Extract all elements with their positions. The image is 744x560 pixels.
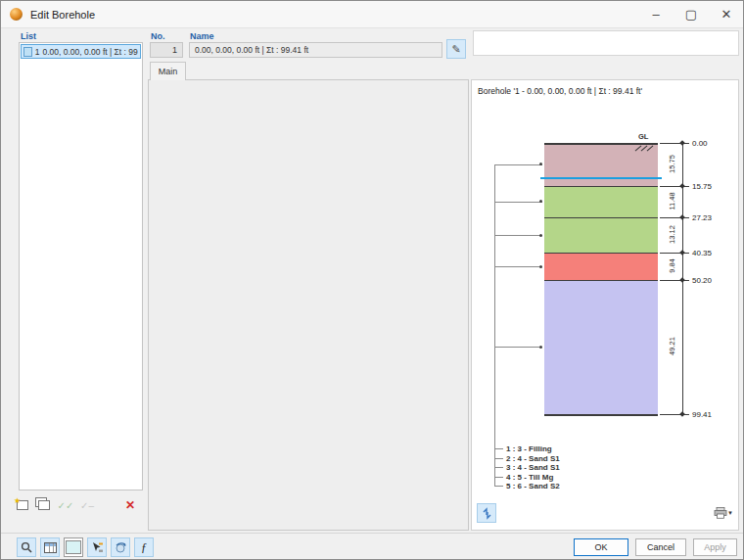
legend-item: 4 : 5 - Till Mg [506,473,553,482]
layer-leader-line [494,235,542,236]
uncheck-icon: ✓– [80,500,94,511]
legend-item: 1 : 3 - Filling [506,444,552,453]
legend-stub-line [494,467,503,468]
top-right-panel [473,30,739,56]
dimension-marker [679,277,685,283]
color-field-button[interactable] [64,537,83,557]
tab-main[interactable]: Main [150,62,186,80]
pencil-icon: ✎ [451,43,460,56]
close-button[interactable]: ✕ [710,1,743,27]
layer-leader-line [494,347,542,348]
delete-borehole-button[interactable]: ✕ [120,495,140,515]
printer-icon [714,507,727,519]
thickness-label: 11.48 [668,183,676,218]
title-bar[interactable]: Edit Borehole – ▢ ✕ [1,1,743,28]
borehole-list[interactable]: 1 0.00, 0.00, 0.00 ft | Σt : 99.41 ft [19,42,143,490]
dimension-marker [679,214,685,220]
soil-layer-rect [544,253,658,279]
list-item-label: 0.00, 0.00, 0.00 ft | Σt : 99.41 ft [42,47,138,57]
depth-value-label: 15.75 [692,181,712,190]
copy-icon [38,500,50,510]
legend-stub-line [494,458,503,459]
gl-label: GL [638,132,648,141]
depth-value-label: 40.35 [692,249,712,257]
select-objects-button[interactable] [87,537,107,557]
find-button[interactable] [17,537,36,557]
legend-item: 5 : 6 - Sand S2 [506,482,560,490]
function-button[interactable]: ƒ [134,537,154,557]
window-title: Edit Borehole [30,9,95,21]
print-button[interactable]: ▼ [710,503,737,523]
magnifier-icon [21,541,32,553]
name-label: Name [190,31,214,41]
soil-layer-rect [544,217,658,254]
legend-stub-line [494,448,503,449]
sync-arrows-icon [481,507,493,520]
globe-rotate-icon [115,541,127,554]
thickness-label: 49.21 [668,329,676,364]
ok-button[interactable]: OK [574,538,628,556]
list-item-number: 1 [35,47,40,57]
copy-borehole-button[interactable] [34,495,54,515]
thickness-label: 13.12 [668,217,676,253]
borehole-item-icon [23,47,32,57]
pointer-list-icon [91,541,104,553]
leader-dot [539,265,542,268]
depth-value-label: 0.00 [692,139,708,148]
borehole-name-input[interactable]: 0.00, 0.00, 0.00 ft | Σt : 99.41 ft [189,42,442,58]
edit-borehole-dialog: Edit Borehole – ▢ ✕ List 1 0.00, 0.00, 0… [0,0,744,560]
check-all-button[interactable]: ✓✓ [56,495,75,515]
dimension-tick [660,253,689,254]
layer-leader-line [494,164,542,165]
borehole-diagram-panel: Borehole '1 - 0.00, 0.00, 0.00 ft | Σt :… [471,79,739,531]
legend-stub-line [494,477,503,478]
rename-button[interactable]: ✎ [446,39,466,59]
leader-dot [539,200,542,203]
leader-dot [539,234,542,237]
app-icon [10,8,23,21]
dimension-marker [679,140,685,146]
leader-dot [539,346,542,349]
dimension-marker [679,251,685,257]
groundwater-line [540,177,662,180]
soil-layer-rect [544,280,658,414]
main-tab-panel [148,79,469,531]
legend-vertical-line [494,164,495,486]
borehole-number-field: 1 [150,42,183,58]
uncheck-all-button[interactable]: ✓– [77,495,97,515]
borehole-bottom-line [544,414,658,416]
delete-red-x-icon: ✕ [125,498,135,512]
new-item-icon: ★ [17,500,28,510]
check-icon: ✓✓ [58,500,74,511]
apply-button[interactable]: Apply [693,538,737,556]
cancel-button[interactable]: Cancel [635,538,686,556]
dimension-marker [679,411,685,417]
depth-value-label: 50.20 [692,275,712,284]
depth-value-label: 27.23 [692,212,712,221]
thickness-label: 15.75 [668,146,676,181]
print-dropdown-caret: ▼ [727,510,733,516]
maximize-button[interactable]: ▢ [674,1,708,27]
view-rotate-button[interactable] [111,537,130,557]
fx-icon: ƒ [141,540,147,555]
leader-dot [539,163,542,165]
legend-stub-line [494,486,503,487]
table-settings-icon [44,542,57,553]
depth-value-label: 99.41 [692,409,712,418]
legend-item: 3 : 4 - Sand S1 [506,463,560,472]
soil-layer-rect [544,186,658,217]
dimension-marker [679,183,685,189]
list-section-label: List [21,31,36,41]
diagram-canvas: 15.7511.4813.129.8449.21GL0.0015.7527.23… [472,80,740,532]
color-swatch-icon [66,540,81,554]
footer-separator [1,533,743,534]
no-label: No. [151,31,165,41]
layer-leader-line [494,202,542,203]
layer-leader-line [494,266,542,267]
table-view-button[interactable] [40,537,60,557]
new-borehole-button[interactable]: ★ [13,495,32,515]
list-item[interactable]: 1 0.00, 0.00, 0.00 ft | Σt : 99.41 ft [21,44,141,59]
legend-item: 2 : 4 - Sand S1 [506,454,560,463]
minimize-button[interactable]: – [639,1,673,27]
sync-numbering-button[interactable] [477,503,496,523]
